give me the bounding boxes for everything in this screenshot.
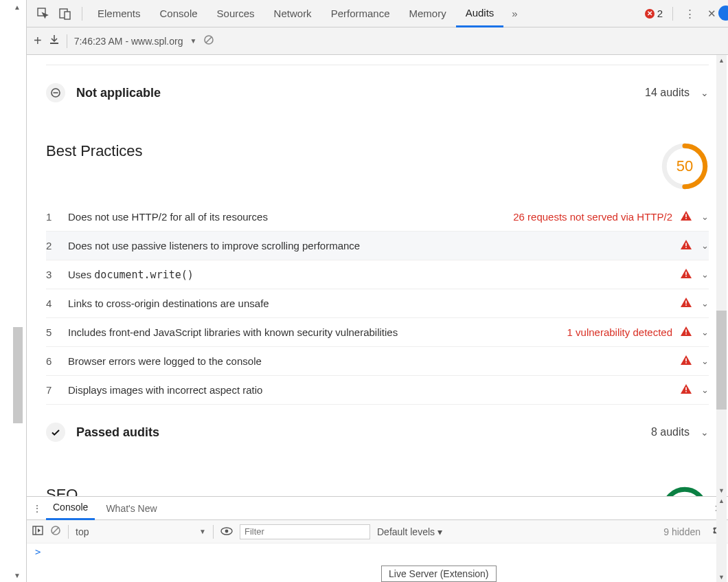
report-scrollbar[interactable]: ▲ ▼	[716, 55, 727, 496]
section-audit-count: 8 audits	[651, 426, 690, 438]
warning-triangle-icon	[681, 298, 692, 309]
toggle-device-icon[interactable]	[57, 5, 73, 22]
live-expression-icon[interactable]	[220, 526, 233, 537]
drawer-tab-console[interactable]: Console	[46, 497, 95, 520]
audit-row[interactable]: 1Does not use HTTP/2 for all of its reso…	[46, 203, 709, 232]
audit-detail: 26 requests not served via HTTP/2	[513, 211, 672, 223]
close-devtools-icon[interactable]: ✕	[703, 5, 720, 22]
audit-label: Browser errors were logged to the consol…	[68, 355, 681, 367]
chevron-down-icon: ▼	[199, 528, 206, 535]
tab-console[interactable]: Console	[150, 0, 207, 27]
audit-row[interactable]: 3Uses document.write()⌄	[46, 260, 709, 289]
audit-report: Not applicable 14 audits ⌄ Best Practice…	[27, 55, 728, 496]
download-report-icon[interactable]	[49, 34, 60, 47]
tooltip: Live Server (Extension)	[381, 566, 497, 582]
chevron-down-icon: ▼	[190, 37, 196, 45]
svg-rect-12	[685, 243, 687, 247]
console-drawer: ⋮ Console What's New ✕ top ▼ Default le	[27, 496, 728, 582]
chevron-down-icon: ⌄	[701, 212, 709, 222]
filter-input[interactable]	[240, 524, 370, 539]
inspect-element-icon[interactable]	[35, 5, 52, 22]
scroll-down-icon[interactable]: ▼	[716, 572, 727, 582]
kebab-menu-icon[interactable]: ⋮	[32, 503, 42, 514]
svg-rect-11	[685, 218, 687, 219]
svg-rect-14	[685, 272, 687, 276]
tab-performance[interactable]: Performance	[321, 0, 400, 27]
chevron-down-icon: ⌄	[701, 327, 709, 337]
svg-line-28	[53, 528, 58, 533]
audit-row[interactable]: 5Includes front-end JavaScript libraries…	[46, 318, 709, 347]
svg-point-24	[664, 489, 705, 496]
warning-triangle-icon	[681, 269, 692, 280]
more-tabs-icon[interactable]: »	[506, 5, 523, 22]
section-not-applicable[interactable]: Not applicable 14 audits ⌄	[46, 65, 709, 115]
score-gauge: 50	[661, 142, 709, 190]
svg-rect-17	[685, 304, 687, 306]
page-scrollbar-thumb[interactable]	[13, 327, 23, 423]
drawer-tab-whatsnew[interactable]: What's New	[99, 497, 163, 520]
minus-circle-icon	[46, 83, 65, 102]
chevron-down-icon: ⌄	[701, 87, 709, 98]
svg-rect-16	[685, 301, 687, 304]
tab-network[interactable]: Network	[264, 0, 321, 27]
svg-rect-15	[685, 276, 687, 277]
error-count-badge[interactable]: ✕ 2	[645, 8, 663, 19]
section-title: Passed audits	[76, 425, 159, 440]
clear-icon[interactable]	[203, 34, 214, 47]
error-count: 2	[657, 8, 663, 19]
drawer-scrollbar[interactable]: ▲ ▼	[716, 496, 727, 582]
chevron-down-icon: ⌄	[701, 240, 709, 251]
audit-label: Links to cross-origin destinations are u…	[68, 298, 681, 309]
audit-index: 5	[46, 326, 68, 338]
new-audit-icon[interactable]: +	[34, 33, 42, 49]
warning-triangle-icon	[681, 384, 692, 396]
clear-console-icon[interactable]	[50, 525, 61, 538]
devtools-panel: Elements Console Sources Network Perform…	[26, 0, 728, 582]
audit-label: Does not use HTTP/2 for all of its resou…	[68, 211, 513, 223]
kebab-menu-icon[interactable]: ⋮	[681, 5, 698, 22]
hidden-count: 9 hidden	[663, 526, 701, 537]
section-seo: SEO	[46, 454, 709, 496]
chevron-down-icon: ⌄	[701, 269, 709, 280]
audit-row[interactable]: 2Does not use passive listeners to impro…	[46, 232, 709, 260]
best-practices-audit-list: 1Does not use HTTP/2 for all of its reso…	[46, 203, 709, 405]
svg-rect-3	[50, 43, 58, 44]
score-gauge	[661, 486, 709, 496]
svg-rect-13	[685, 247, 687, 248]
audit-row[interactable]: 7Displays images with incorrect aspect r…	[46, 376, 709, 405]
score-value: 50	[661, 142, 709, 190]
scroll-up-icon[interactable]: ▲	[716, 55, 727, 66]
devtools-tabbar: Elements Console Sources Network Perform…	[27, 0, 728, 27]
audits-toolbar: + 7:46:23 AM - www.spl.org ▼	[27, 27, 728, 55]
page-scroll-down-icon[interactable]: ▼	[12, 570, 23, 581]
scroll-down-icon[interactable]: ▼	[716, 485, 727, 496]
tab-elements[interactable]: Elements	[88, 0, 150, 27]
svg-rect-22	[685, 388, 687, 391]
svg-line-5	[206, 37, 212, 43]
audit-row[interactable]: 6Browser errors were logged to the conso…	[46, 347, 709, 376]
svg-rect-21	[685, 362, 687, 363]
tab-memory[interactable]: Memory	[400, 0, 456, 27]
log-levels-selector[interactable]: Default levels ▾	[377, 526, 442, 537]
console-sidebar-toggle-icon[interactable]	[32, 525, 43, 538]
error-dot-icon: ✕	[645, 9, 655, 19]
section-title: Not applicable	[76, 86, 161, 100]
scroll-up-icon[interactable]: ▲	[716, 496, 727, 506]
report-selector[interactable]: 7:46:23 AM - www.spl.org ▼	[74, 36, 197, 47]
console-prompt[interactable]: >	[27, 544, 728, 560]
drawer-tabs: ⋮ Console What's New ✕	[27, 497, 728, 520]
audit-row[interactable]: 4Links to cross-origin destinations are …	[46, 289, 709, 318]
warning-triangle-icon	[681, 355, 692, 367]
chevron-down-icon: ⌄	[701, 356, 709, 366]
tab-sources[interactable]: Sources	[207, 0, 264, 27]
section-passed-audits[interactable]: Passed audits 8 audits ⌄	[46, 405, 709, 454]
tab-audits[interactable]: Audits	[456, 0, 504, 27]
scrollbar-thumb[interactable]	[716, 311, 727, 410]
separator	[672, 7, 673, 21]
page-scroll-up-icon[interactable]: ▲	[12, 1, 23, 12]
svg-rect-2	[65, 12, 70, 19]
audit-index: 2	[46, 240, 68, 251]
separator	[82, 7, 82, 21]
context-selector[interactable]: top ▼	[76, 526, 206, 537]
svg-rect-10	[685, 214, 687, 218]
